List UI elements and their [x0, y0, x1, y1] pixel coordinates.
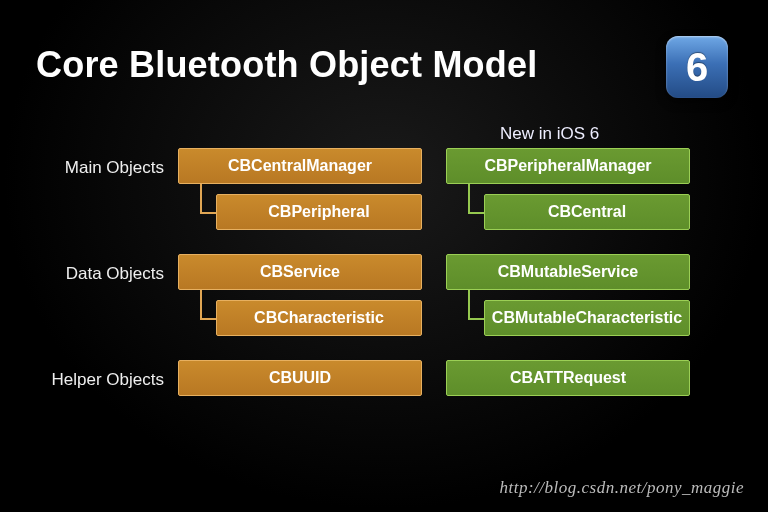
column-header-new: New in iOS 6	[500, 124, 599, 144]
box-cbattrequest: CBATTRequest	[446, 360, 690, 396]
watermark-text: http://blog.csdn.net/pony_maggie	[499, 478, 744, 498]
box-cbmutablecharacteristic: CBMutableCharacteristic	[484, 300, 690, 336]
row-label: Main Objects	[36, 158, 164, 178]
badge-text: 6	[686, 45, 708, 90]
cell-data-left: CBService CBCharacteristic	[178, 254, 422, 290]
cell-main-left: CBCentralManager CBPeripheral	[178, 148, 422, 184]
box-cbcentralmanager: CBCentralManager	[178, 148, 422, 184]
box-cbcharacteristic: CBCharacteristic	[216, 300, 422, 336]
cell-helper-left: CBUUID	[178, 360, 422, 396]
cell-helper-right: CBATTRequest	[446, 360, 690, 396]
box-cbuuid: CBUUID	[178, 360, 422, 396]
child-wrap: CBPeripheral	[216, 194, 422, 230]
box-cbperipheralmanager: CBPeripheralManager	[446, 148, 690, 184]
child-wrap: CBCentral	[484, 194, 690, 230]
row-label: Helper Objects	[36, 370, 164, 390]
box-cbservice: CBService	[178, 254, 422, 290]
row-main-objects: Main Objects CBCentralManager CBPeripher…	[36, 148, 736, 254]
box-cbmutableservice: CBMutableService	[446, 254, 690, 290]
child-wrap: CBMutableCharacteristic	[484, 300, 690, 336]
cell-data-right: CBMutableService CBMutableCharacteristic	[446, 254, 690, 290]
diagram-grid: Main Objects CBCentralManager CBPeripher…	[36, 148, 736, 428]
cell-main-right: CBPeripheralManager CBCentral	[446, 148, 690, 184]
row-data-objects: Data Objects CBService CBCharacteristic …	[36, 254, 736, 360]
row-helper-objects: Helper Objects CBUUID CBATTRequest	[36, 360, 736, 428]
box-cbperipheral: CBPeripheral	[216, 194, 422, 230]
row-label: Data Objects	[36, 264, 164, 284]
slide-title: Core Bluetooth Object Model	[36, 44, 537, 86]
slide: Core Bluetooth Object Model 6 New in iOS…	[0, 0, 768, 512]
child-wrap: CBCharacteristic	[216, 300, 422, 336]
ios6-badge-icon: 6	[666, 36, 728, 98]
box-cbcentral: CBCentral	[484, 194, 690, 230]
